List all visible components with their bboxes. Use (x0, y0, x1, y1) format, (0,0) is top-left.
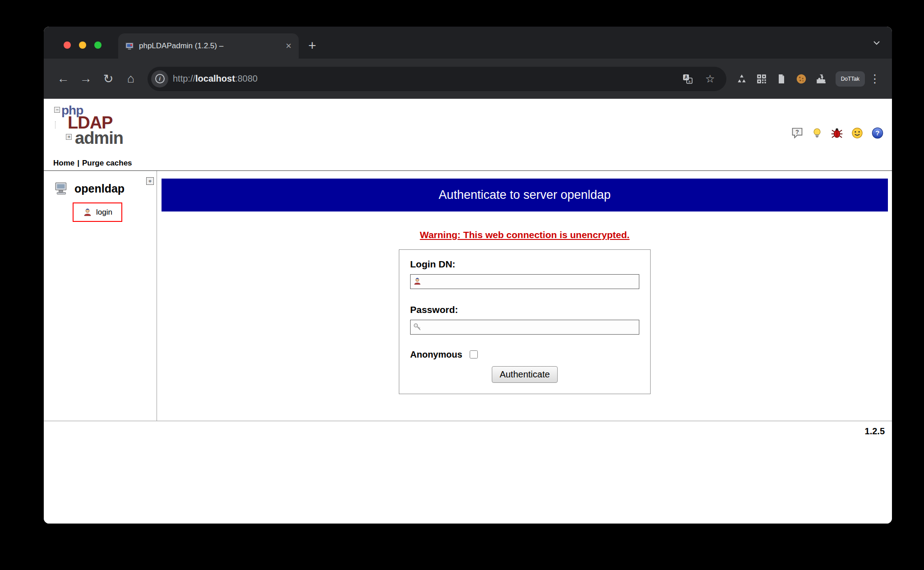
phpldapadmin-logo: − + php LDAP admin (54, 106, 162, 156)
login-person-icon (83, 207, 92, 217)
cookie-icon[interactable] (792, 70, 810, 88)
home-button[interactable]: ⌂ (120, 69, 141, 89)
url-scheme: http:// (173, 74, 195, 83)
forward-button[interactable]: → (75, 69, 96, 89)
page-title: Authenticate to server openldap (162, 179, 888, 211)
info-icon: i (155, 74, 165, 83)
header-icons: ? ? (791, 127, 884, 139)
browser-window: phpLDAPadmin (1.2.5) – × + ← → ↻ ⌂ i htt… (44, 27, 892, 524)
server-name[interactable]: openldap (74, 182, 125, 195)
help-bubble-icon[interactable]: ? (791, 127, 804, 139)
bug-report-icon[interactable] (831, 127, 843, 139)
tree-expand-icon: + (66, 134, 72, 140)
main-panel: Authenticate to server openldap Warning:… (157, 171, 892, 394)
address-bar[interactable]: i http://localhost:8080 Aa ☆ (148, 67, 726, 91)
profile-badge[interactable]: DoTTak (836, 71, 865, 87)
maximize-window-button[interactable] (94, 41, 102, 49)
feedback-smiley-icon[interactable] (851, 127, 864, 139)
page-content: − + php LDAP admin ? ? (44, 99, 892, 524)
svg-text:?: ? (795, 129, 799, 135)
tree-expander-button[interactable]: + (146, 177, 154, 185)
back-button[interactable]: ← (53, 69, 74, 89)
reload-button[interactable]: ↻ (98, 69, 119, 89)
tree-collapse-icon: − (54, 107, 60, 113)
svg-text:a: a (688, 79, 690, 83)
browser-tab[interactable]: phpLDAPadmin (1.2.5) – × (118, 33, 299, 59)
login-dn-label: Login DN: (410, 259, 639, 270)
version-label: 1.2.5 (865, 426, 885, 437)
window-controls (64, 41, 102, 49)
nav-purge-caches-link[interactable]: Purge caches (82, 159, 132, 167)
url-port: :8080 (235, 74, 258, 83)
hint-bulb-icon[interactable] (811, 127, 823, 139)
tab-strip: phpLDAPadmin (1.2.5) – × + (44, 27, 892, 59)
svg-text:A: A (684, 75, 688, 80)
new-tab-button[interactable]: + (304, 37, 321, 54)
password-input[interactable] (410, 320, 639, 335)
tab-title: phpLDAPadmin (1.2.5) – (139, 41, 280, 51)
minimize-window-button[interactable] (79, 41, 86, 49)
svg-text:?: ? (875, 129, 879, 137)
extension-recycle-icon[interactable] (733, 70, 751, 88)
browser-menu-icon[interactable]: ⋮ (867, 72, 883, 85)
tree-line-decoration (55, 121, 60, 129)
url-host: localhost (195, 74, 235, 83)
document-extension-icon[interactable] (772, 70, 790, 88)
server-computer-icon (54, 181, 70, 196)
close-window-button[interactable] (64, 41, 71, 49)
nav-separator: | (74, 159, 82, 167)
url-text[interactable]: http://localhost:8080 (173, 74, 674, 84)
qr-code-icon[interactable] (753, 70, 771, 88)
login-form: Login DN: Password: (399, 249, 651, 394)
close-tab-icon[interactable]: × (286, 41, 291, 51)
logo-admin-text: admin (75, 129, 123, 148)
server-tree-sidebar: + openldap login (44, 171, 157, 421)
extensions-puzzle-icon[interactable] (812, 70, 830, 88)
sidebar-login-item[interactable]: login (73, 202, 122, 222)
nav-home-link[interactable]: Home (53, 159, 74, 167)
anonymous-checkbox[interactable] (470, 350, 478, 359)
anonymous-label: Anonymous (410, 349, 462, 360)
sidebar-login-label[interactable]: login (96, 208, 112, 217)
server-tree-root[interactable]: openldap (54, 181, 125, 196)
login-dn-input[interactable] (410, 274, 639, 289)
help-circle-icon[interactable]: ? (871, 127, 884, 139)
chevron-down-icon[interactable] (871, 37, 882, 50)
password-label: Password: (410, 304, 639, 315)
authenticate-button[interactable]: Authenticate (492, 366, 557, 383)
site-info-button[interactable]: i (151, 70, 168, 87)
translate-icon[interactable]: Aa (679, 70, 697, 88)
tab-favicon (125, 42, 134, 50)
bookmark-star-icon[interactable]: ☆ (701, 70, 719, 88)
footer-divider (44, 421, 892, 421)
unencrypted-warning: Warning: This web connection is unencryp… (162, 230, 888, 240)
browser-toolbar: ← → ↻ ⌂ i http://localhost:8080 Aa ☆ (44, 59, 892, 99)
top-navigation: Home|Purge caches (53, 159, 132, 168)
